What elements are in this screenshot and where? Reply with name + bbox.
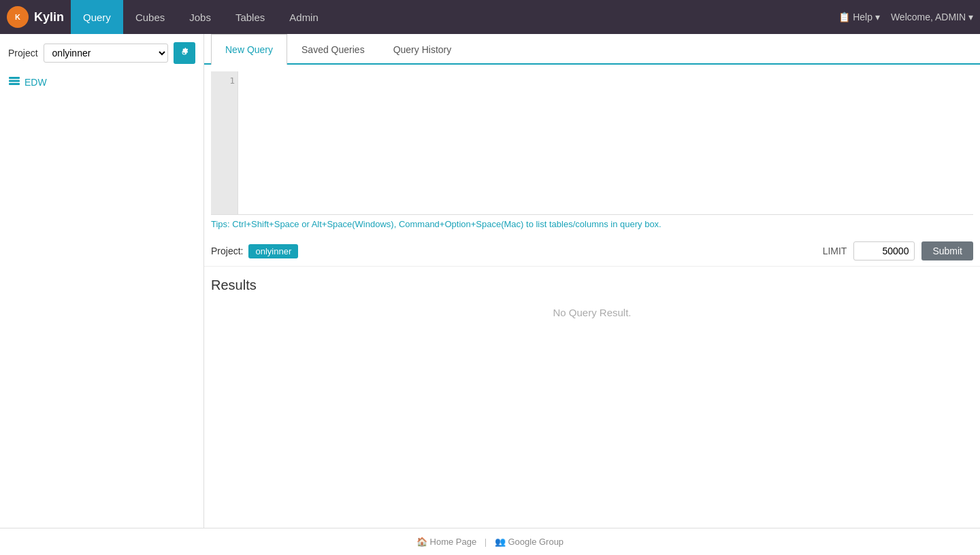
footer-separator: | (485, 537, 487, 547)
nav-item-query[interactable]: Query (71, 0, 123, 34)
nav-right: 📋 Help ▾ Welcome, ADMIN ▾ (838, 12, 973, 22)
svg-rect-2 (9, 77, 20, 79)
svg-rect-3 (9, 80, 20, 82)
footer-home-icon: 🏠 (416, 537, 427, 547)
results-title: Results (211, 278, 973, 293)
main-layout: Project onlyinner (0, 34, 980, 528)
line-numbers: 1 (211, 71, 238, 214)
tab-new-query[interactable]: New Query (211, 34, 287, 65)
user-menu[interactable]: Welcome, ADMIN ▾ (891, 12, 973, 22)
nav-items: Query Cubes Jobs Tables Admin (71, 0, 838, 34)
layers-icon (8, 75, 20, 90)
footer: 🏠 Home Page | 👥 Google Group (0, 528, 980, 555)
sidebar: Project onlyinner (0, 34, 204, 528)
line-number-1: 1 (214, 75, 235, 86)
limit-label: LIMIT (823, 246, 847, 256)
query-editor-wrapper: 1 (211, 71, 973, 215)
tab-saved-queries[interactable]: Saved Queries (287, 34, 379, 65)
results-section: Results No Query Result. (204, 267, 980, 528)
project-badge[interactable]: onlyinner (248, 244, 298, 258)
footer-home-link[interactable]: Home Page (430, 537, 477, 547)
svg-rect-4 (9, 83, 20, 85)
submit-row: Project: onlyinner LIMIT Submit (204, 236, 980, 267)
brand-icon: K (7, 6, 29, 28)
nav-item-jobs[interactable]: Jobs (177, 0, 223, 34)
footer-group-link[interactable]: Google Group (508, 537, 564, 547)
help-link[interactable]: 📋 Help ▾ (838, 12, 880, 22)
footer-group-icon: 👥 (495, 537, 506, 547)
settings-icon (179, 47, 190, 58)
edw-label: EDW (24, 77, 47, 88)
project-submit-label: Project: (211, 246, 243, 256)
tab-query-history[interactable]: Query History (379, 34, 466, 65)
project-label: Project (8, 48, 38, 58)
project-submit-left: Project: onlyinner (211, 244, 816, 258)
user-caret: ▾ (968, 12, 973, 22)
nav-item-tables[interactable]: Tables (223, 0, 277, 34)
svg-text:K: K (15, 13, 20, 21)
nav-item-admin[interactable]: Admin (277, 0, 331, 34)
project-select[interactable]: onlyinner (44, 44, 168, 63)
help-caret: ▾ (875, 12, 880, 22)
submit-button[interactable]: Submit (921, 241, 973, 260)
query-input[interactable] (238, 71, 973, 214)
configure-button[interactable] (174, 42, 195, 64)
brand-label: Kylin (34, 10, 64, 24)
project-row: Project onlyinner (8, 42, 195, 64)
content: New Query Saved Queries Query History 1 … (204, 34, 980, 528)
nav-item-cubes[interactable]: Cubes (123, 0, 177, 34)
brand-logo[interactable]: K Kylin (7, 6, 64, 28)
tabs: New Query Saved Queries Query History (204, 34, 980, 65)
kylin-icon: K (10, 10, 25, 24)
no-result-text: No Query Result. (211, 307, 973, 318)
navbar: K Kylin Query Cubes Jobs Tables Admin 📋 … (0, 0, 980, 34)
sidebar-item-edw[interactable]: EDW (8, 72, 195, 92)
configure-icon (179, 47, 190, 60)
layers-svg (8, 75, 20, 87)
tips-text: Tips: Ctrl+Shift+Space or Alt+Space(Wind… (211, 219, 973, 229)
help-icon: 📋 (838, 12, 850, 22)
limit-input[interactable] (853, 241, 915, 260)
